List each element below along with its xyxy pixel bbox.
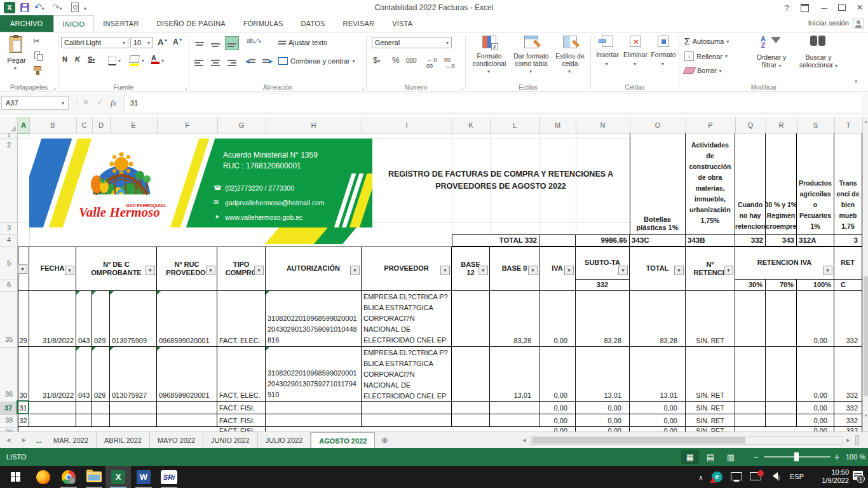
name-box[interactable]: A37▾ [1,96,69,110]
cell-T37[interactable]: 332 [834,402,862,414]
row-header-2[interactable]: 2 [0,141,18,149]
cell-F35[interactable]: 0968599020001 [157,291,217,347]
close-button[interactable]: × [851,1,868,14]
header-cell-retencion-iva[interactable]: RETENCION IVA▼ [735,247,834,280]
clock[interactable]: 10:501/9/2022 [812,468,849,485]
filter-button-autorizacion[interactable]: ▼ [350,266,360,275]
sheet-tab-agosto-2022[interactable]: AGOSTO 2022 [311,432,375,449]
cell-M38[interactable]: 0,00 [539,414,576,427]
start-button[interactable] [0,466,31,488]
scroll-down-button[interactable]: ▼ [863,411,868,420]
cell-D35[interactable]: 029 [92,291,110,347]
subheader-332[interactable]: 332 [576,280,630,291]
copy-icon[interactable] [34,51,40,58]
row-header-36[interactable]: 36 [0,390,18,398]
filter-button-base0[interactable]: ▼ [528,266,538,275]
cell-C38[interactable] [76,414,92,427]
cell-H37[interactable] [266,402,362,414]
increase-indent-button[interactable]: ▶ [262,57,273,64]
cell-H35[interactable]: 3108202201096859902000120430290130759091… [266,291,362,347]
align-bottom-button[interactable] [225,36,239,50]
font-size-select[interactable]: 10▾ [130,37,153,48]
tab-inicio[interactable]: INICIO [53,15,95,32]
cell-K37[interactable] [452,402,490,414]
filter-button-iva[interactable]: ▼ [564,266,574,275]
sign-in-link[interactable]: Iniciar sesión [808,19,849,27]
cell-P36[interactable]: SIN. RET [686,347,735,402]
column-header-L[interactable]: L [490,117,540,133]
cell-O39[interactable]: 0,00 [630,427,686,431]
filter-button-ruc[interactable]: ▼ [206,266,215,275]
antivirus-tray-icon[interactable]: e [712,471,722,482]
zoom-in-button[interactable]: + [834,452,839,462]
chrome-icon[interactable] [56,466,81,488]
cell-N35[interactable]: 83,28 [576,291,630,347]
column-header-H[interactable]: H [266,117,362,133]
column-header-N[interactable]: N [576,117,630,133]
cell-R4[interactable]: 343 [766,234,797,247]
tab-insertar[interactable]: INSERTAR [94,15,147,32]
header-cell-base0[interactable]: BASE 0▼ [490,247,539,291]
column-header-O[interactable]: O [630,117,686,133]
cell-S36[interactable]: 0,00 [797,347,834,402]
decrease-indent-button[interactable]: ◀ [245,57,255,64]
cell-O2[interactable]: Botellas plásticas 1% [630,133,686,234]
cell-O35[interactable]: 83,28 [630,291,686,347]
cell-K35[interactable] [452,291,490,347]
zoom-out-button[interactable]: − [753,452,758,462]
number-dialog-launcher[interactable]: ⌟ [461,85,463,91]
alignment-dialog-launcher[interactable]: ⌟ [362,85,364,91]
cell-F36[interactable]: 0968599020001 [157,347,217,402]
excel-taskbar-icon[interactable]: X [105,466,131,488]
new-sheet-button[interactable]: ⊕ [375,432,394,448]
column-header-I[interactable]: I [362,117,452,133]
name-box-splitter[interactable]: ⋮ [74,98,81,107]
cell-G37[interactable]: FACT. FISI. [217,402,266,414]
filter-button-subtotal[interactable]: ▼ [618,266,628,275]
column-header-C[interactable]: C [76,117,93,133]
italic-button[interactable]: K [75,55,80,63]
confirm-entry-button[interactable]: ✓ [97,98,103,107]
header-cell-autorizacion[interactable]: AUTORIZACIÓN▼ [266,247,362,291]
column-header-R[interactable]: R [766,117,797,133]
cell-F38[interactable] [157,414,217,427]
view-page-break-button[interactable]: ▥ [722,450,740,464]
cell-I37[interactable] [362,402,452,414]
sheet-nav-right-button[interactable]: ▶ [17,432,32,448]
filter-button-total[interactable]: ▼ [674,266,684,275]
bold-button[interactable]: N [62,55,67,63]
cell-R37[interactable] [766,402,797,414]
column-header-Q[interactable]: Q [735,117,766,133]
cell-A35[interactable]: 29 [18,291,29,347]
align-right-button[interactable] [226,58,236,68]
filter-button-base12[interactable]: ▼ [478,266,488,275]
cell-D36[interactable]: 029 [92,347,110,402]
scroll-up-button[interactable]: ▲ [863,117,868,126]
accounting-format-button[interactable]: $▾ [373,55,380,65]
collapse-ribbon-button[interactable]: ∧ [854,78,858,85]
cell-C37[interactable] [76,402,92,414]
column-header-E[interactable]: E [110,117,158,133]
horizontal-scrollbar[interactable] [530,436,843,445]
cell-L38[interactable] [490,414,539,427]
language-indicator[interactable]: ESP [790,473,804,480]
cell-D37[interactable] [92,402,110,414]
filter-button-comprobante[interactable]: ▼ [146,266,155,275]
cell-R2[interactable]: 100 % y 1%.- Regimen microempresa [766,133,797,234]
maximize-button[interactable] [834,1,850,14]
cell-Q37[interactable] [735,402,766,414]
header-cell-A[interactable]: ▼ [18,247,29,291]
cell-B38[interactable] [29,414,76,427]
cell-N39[interactable]: 0,00 [576,427,630,431]
cell-Q35[interactable] [735,291,766,347]
cell-F37[interactable] [157,402,217,414]
cell-G38[interactable]: FACT. FISI. [217,414,266,427]
font-color-caret-icon[interactable]: ▾ [161,58,164,64]
column-header-S[interactable]: S [797,117,835,133]
clear-button[interactable]: Borrar▾ [684,67,722,74]
tab-diseno-de-pagina[interactable]: DISEÑO DE PÁGINA [148,15,234,32]
cell-E37[interactable] [110,402,157,414]
tab-split-handle[interactable] [855,435,859,445]
row-header-6[interactable]: 6 [0,281,18,288]
subheader-70[interactable]: 70% [766,280,797,291]
